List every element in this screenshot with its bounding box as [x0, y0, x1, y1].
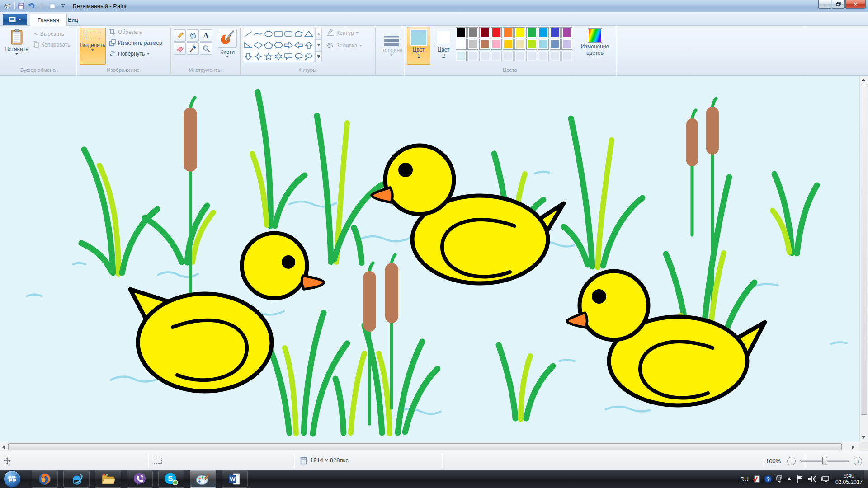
palette-empty-swatch[interactable]	[503, 51, 514, 61]
language-indicator[interactable]: RU	[740, 476, 749, 483]
palette-empty-swatch[interactable]	[526, 51, 537, 61]
palette-empty-swatch[interactable]	[561, 51, 572, 61]
palette-empty-swatch[interactable]	[550, 51, 561, 61]
palette-color-swatch[interactable]	[479, 39, 490, 50]
taskbar-explorer[interactable]	[95, 470, 121, 488]
spellcheck-tray-icon[interactable]	[753, 475, 760, 483]
palette-color-swatch[interactable]	[479, 27, 490, 38]
shape-pentagon-icon[interactable]	[264, 40, 274, 51]
network-icon[interactable]	[821, 475, 830, 483]
palette-color-swatch[interactable]	[526, 39, 537, 50]
magnifier-tool[interactable]	[200, 42, 212, 55]
palette-color-swatch[interactable]	[550, 27, 561, 38]
shape-star6-icon[interactable]	[274, 51, 283, 62]
select-button[interactable]: Выделить	[80, 28, 106, 65]
brushes-button[interactable]: Кисти	[216, 28, 239, 65]
palette-color-swatch[interactable]	[456, 27, 467, 38]
fill-tool[interactable]	[187, 29, 199, 42]
volume-icon[interactable]	[807, 475, 816, 483]
palette-color-swatch[interactable]	[514, 39, 525, 50]
zoom-slider-thumb[interactable]	[822, 457, 827, 465]
shape-rectangle-icon[interactable]	[274, 28, 283, 40]
scroll-left-icon[interactable]	[2, 445, 5, 450]
taskbar-firefox[interactable]	[32, 470, 58, 488]
tab-view[interactable]: Вид	[61, 14, 85, 26]
resize-button[interactable]: Изменить размер	[109, 39, 162, 46]
shapes-scroll-more-icon[interactable]	[315, 51, 322, 62]
shape-curve-icon[interactable]	[253, 28, 263, 40]
action-center-flag-icon[interactable]	[796, 475, 803, 483]
close-button[interactable]: ✕	[845, 0, 866, 9]
palette-color-swatch[interactable]	[456, 39, 467, 50]
shapes-scroll-up-icon[interactable]	[315, 28, 322, 39]
pencil-tool[interactable]	[174, 29, 186, 42]
shape-arrow-right-icon[interactable]	[283, 40, 293, 51]
shape-callout-rectangle-icon[interactable]	[283, 51, 293, 62]
shape-triangle-icon[interactable]	[304, 28, 314, 40]
shape-rounded-rectangle-icon[interactable]	[283, 28, 293, 40]
eyedropper-tool[interactable]	[187, 42, 199, 55]
shape-arrow-up-icon[interactable]	[304, 40, 314, 51]
palette-empty-swatch[interactable]	[467, 51, 478, 61]
palette-empty-swatch[interactable]	[479, 51, 490, 61]
palette-color-swatch[interactable]	[538, 39, 549, 50]
taskbar-viber[interactable]	[127, 470, 153, 488]
shape-callout-cloud-icon[interactable]	[304, 51, 314, 62]
palette-color-swatch[interactable]	[514, 27, 525, 38]
scroll-down-icon[interactable]	[861, 436, 866, 439]
duck-pond-drawing[interactable]	[0, 76, 859, 442]
window-tray-icon[interactable]	[776, 475, 783, 483]
palette-color-swatch[interactable]	[503, 39, 514, 50]
rotate-button[interactable]: Повернуть	[109, 50, 150, 57]
vertical-scroll-thumb[interactable]	[861, 84, 867, 415]
palette-color-swatch[interactable]	[467, 27, 478, 38]
taskbar-word[interactable]: W	[222, 470, 248, 488]
shape-hexagon-icon[interactable]	[274, 40, 283, 51]
clock[interactable]: 9:40 02.05.2017	[835, 473, 863, 485]
file-menu-button[interactable]	[3, 14, 27, 25]
palette-color-swatch[interactable]	[526, 27, 537, 38]
zoom-in-button[interactable]: +	[854, 457, 862, 465]
show-desktop-button[interactable]	[864, 470, 868, 488]
shape-polygon-icon[interactable]	[293, 28, 303, 40]
palette-color-swatch[interactable]	[550, 39, 561, 50]
restore-button[interactable]	[832, 0, 845, 9]
palette-empty-swatch[interactable]	[538, 51, 549, 61]
palette-color-swatch[interactable]	[561, 27, 572, 38]
shape-star4-icon[interactable]	[253, 51, 263, 62]
help-tray-icon[interactable]: ?	[764, 475, 772, 483]
shape-star5-icon[interactable]	[264, 51, 274, 62]
shape-right-triangle-icon[interactable]	[243, 40, 253, 51]
undo-icon[interactable]	[28, 2, 35, 10]
taskbar-internet-explorer[interactable]	[63, 470, 90, 488]
palette-color-swatch[interactable]	[491, 39, 502, 50]
qat-extra-icon[interactable]	[48, 2, 56, 10]
eraser-tool[interactable]	[174, 42, 186, 55]
palette-empty-swatch[interactable]	[514, 51, 525, 61]
palette-color-swatch[interactable]	[561, 39, 572, 50]
palette-color-swatch[interactable]	[503, 27, 514, 38]
minimize-button[interactable]: —	[818, 0, 831, 9]
show-hidden-icons[interactable]	[787, 477, 792, 481]
palette-color-swatch[interactable]	[538, 27, 549, 38]
palette-color-swatch[interactable]	[456, 51, 467, 61]
taskbar-skype[interactable]: S	[158, 470, 184, 488]
zoom-slider[interactable]	[800, 460, 849, 462]
palette-color-swatch[interactable]	[467, 39, 478, 50]
palette-color-swatch[interactable]	[491, 27, 502, 38]
color2-button[interactable]: Цвет2	[433, 27, 454, 65]
palette-empty-swatch[interactable]	[491, 51, 502, 61]
qat-customize-icon[interactable]	[59, 2, 66, 10]
horizontal-scrollbar[interactable]	[0, 442, 859, 451]
paste-button[interactable]: Вставить	[4, 28, 30, 65]
color1-button[interactable]: Цвет1	[407, 27, 430, 65]
shapes-scroll-down-icon[interactable]	[315, 39, 322, 51]
shape-diamond-icon[interactable]	[253, 40, 263, 51]
shape-line-icon[interactable]	[243, 28, 253, 40]
scroll-up-icon[interactable]	[861, 78, 866, 81]
edit-colors-button[interactable]: Изменение цветов	[576, 28, 614, 65]
drawing-canvas[interactable]	[0, 76, 859, 442]
text-tool[interactable]: A	[200, 29, 212, 42]
shape-arrow-left-icon[interactable]	[293, 40, 303, 51]
start-button[interactable]	[4, 470, 21, 488]
